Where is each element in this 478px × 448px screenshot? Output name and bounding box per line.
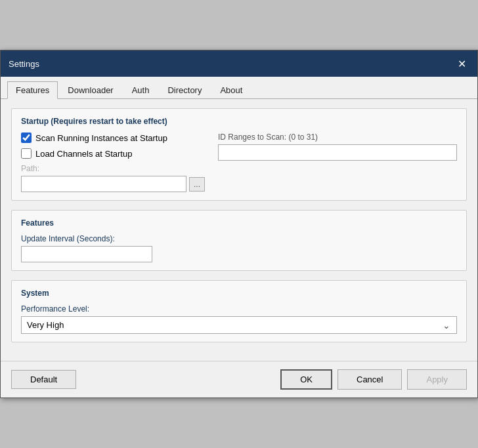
- load-channels-label[interactable]: Load Channels at Startup: [35, 149, 132, 159]
- path-row: ...: [21, 176, 205, 192]
- main-content: Startup (Requires restart to take effect…: [1, 99, 477, 361]
- startup-section: Startup (Requires restart to take effect…: [11, 108, 467, 201]
- tab-directory[interactable]: Directory: [159, 81, 210, 99]
- load-channels-checkbox-row: Load Channels at Startup: [21, 148, 205, 159]
- tab-auth[interactable]: Auth: [123, 81, 158, 99]
- tab-about[interactable]: About: [211, 81, 251, 99]
- ok-button[interactable]: OK: [280, 369, 332, 390]
- performance-label: Performance Level:: [21, 304, 457, 314]
- id-range-input[interactable]: 0-5: [218, 144, 457, 161]
- system-section: System Performance Level: Low Normal Hig…: [11, 280, 467, 342]
- system-section-label: System: [21, 289, 457, 298]
- close-button[interactable]: ✕: [454, 56, 469, 71]
- update-interval-label: Update Interval (Seconds):: [21, 234, 457, 243]
- apply-button[interactable]: Apply: [407, 369, 467, 390]
- footer-button-group: OK Cancel Apply: [280, 369, 467, 390]
- startup-row: Scan Running Instances at Startup Load C…: [21, 132, 457, 192]
- scan-checkbox-label[interactable]: Scan Running Instances at Startup: [35, 133, 167, 143]
- load-channels-checkbox[interactable]: [21, 148, 32, 159]
- titlebar: Settings ✕: [1, 51, 477, 77]
- performance-select-wrapper: Low Normal High Very High: [21, 316, 457, 334]
- cancel-button[interactable]: Cancel: [337, 369, 402, 390]
- startup-section-label: Startup (Requires restart to take effect…: [21, 117, 457, 126]
- tab-bar: Features Downloader Auth Directory About: [1, 77, 477, 99]
- settings-window: Settings ✕ Features Downloader Auth Dire…: [0, 50, 478, 398]
- id-range-label: ID Ranges to Scan: (0 to 31): [218, 132, 457, 142]
- performance-select[interactable]: Low Normal High Very High: [21, 316, 457, 334]
- path-label: Path:: [21, 164, 205, 173]
- features-section: Features Update Interval (Seconds): 120: [11, 210, 467, 271]
- footer: Default OK Cancel Apply: [1, 361, 477, 397]
- tab-downloader[interactable]: Downloader: [59, 81, 121, 99]
- startup-left: Scan Running Instances at Startup Load C…: [21, 132, 205, 192]
- path-input[interactable]: [21, 176, 186, 192]
- features-section-label: Features: [21, 218, 457, 228]
- startup-right: ID Ranges to Scan: (0 to 31) 0-5: [218, 132, 457, 161]
- browse-button[interactable]: ...: [189, 177, 205, 192]
- window-title: Settings: [9, 59, 39, 69]
- scan-checkbox[interactable]: [21, 132, 32, 143]
- default-button[interactable]: Default: [11, 370, 76, 389]
- update-interval-input[interactable]: 120: [21, 246, 152, 262]
- tab-features[interactable]: Features: [7, 81, 58, 99]
- scan-checkbox-row: Scan Running Instances at Startup: [21, 132, 205, 143]
